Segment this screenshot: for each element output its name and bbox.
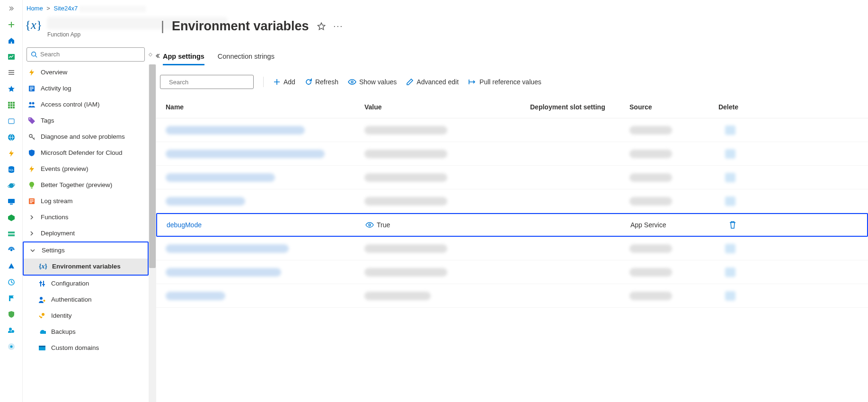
menu-group-settings[interactable]: Settings: [24, 242, 148, 259]
svg-point-37: [40, 297, 43, 300]
advanced-edit-button[interactable]: Advanced edit: [406, 78, 459, 86]
defender-cloud-icon[interactable]: [7, 310, 16, 319]
eye-icon[interactable]: [365, 222, 374, 228]
menu-label: Tags: [41, 117, 54, 124]
menu-scrollbar[interactable]: ▲: [149, 64, 156, 402]
svg-point-39: [42, 313, 44, 316]
menu-item-logstream[interactable]: Log stream: [23, 193, 149, 209]
menu-item-config[interactable]: Configuration: [23, 276, 149, 292]
menu-item-overview[interactable]: Overview: [23, 64, 149, 80]
function-apps-icon[interactable]: [7, 149, 16, 158]
table-row[interactable]: [156, 166, 868, 189]
config-icon: [38, 280, 46, 287]
table-row[interactable]: [156, 189, 868, 213]
col-delete[interactable]: Delete: [700, 103, 738, 111]
storage-accounts-icon[interactable]: [7, 229, 16, 239]
resource-groups-icon[interactable]: [7, 116, 16, 126]
col-value[interactable]: Value: [364, 103, 530, 111]
tab-connection-strings[interactable]: Connection strings: [218, 51, 275, 65]
menu-label: Microsoft Defender for Cloud: [41, 149, 123, 156]
pull-icon: [468, 79, 477, 85]
menu-item-iam[interactable]: Access control (IAM): [23, 97, 149, 113]
activity-log-icon: [27, 85, 36, 92]
identity-icon: [38, 312, 46, 320]
favorites-icon[interactable]: [7, 84, 16, 94]
table-row[interactable]: [156, 118, 868, 142]
table-row[interactable]: [156, 284, 868, 308]
all-services-icon[interactable]: [7, 68, 16, 78]
menu-item-backups[interactable]: Backups: [23, 324, 149, 340]
cost-management-icon[interactable]: [7, 326, 16, 335]
all-resources-icon[interactable]: [7, 100, 16, 110]
expand-collapse-toggle[interactable]: ◇: [149, 52, 152, 57]
col-slot[interactable]: Deployment slot setting: [530, 103, 629, 111]
menu-group-deployment[interactable]: Deployment: [23, 225, 149, 241]
setting-name-link[interactable]: debugMode: [167, 221, 202, 229]
svg-rect-17: [10, 204, 13, 205]
table-row[interactable]: [156, 260, 868, 284]
menu-label: Access control (IAM): [41, 101, 100, 108]
function-app-logo-icon: {x}: [26, 17, 42, 33]
tab-app-settings[interactable]: App settings: [163, 51, 204, 65]
menu-item-better[interactable]: Better Together (preview): [23, 177, 149, 193]
menu-item-auth[interactable]: Authentication: [23, 292, 149, 308]
menu-item-envvars[interactable]: {x}Environment variables: [24, 259, 148, 275]
advisor-icon[interactable]: [7, 294, 16, 303]
table-search-input[interactable]: [169, 79, 248, 86]
load-balancers-icon[interactable]: [7, 213, 16, 223]
more-actions-icon[interactable]: ···: [334, 22, 343, 31]
show-values-button[interactable]: Show values: [348, 78, 397, 86]
menu-label: Authentication: [51, 296, 92, 303]
table-search-box[interactable]: [160, 75, 254, 89]
menu-item-identity[interactable]: Identity: [23, 308, 149, 324]
defender-icon: [27, 149, 36, 157]
menu-label: Settings: [42, 247, 65, 254]
table-row[interactable]: [156, 142, 868, 166]
menu-item-events[interactable]: Events (preview): [23, 161, 149, 177]
col-name[interactable]: Name: [166, 103, 364, 111]
breadcrumb-site[interactable]: Site24x7: [54, 5, 78, 12]
create-resource-icon[interactable]: [7, 20, 16, 29]
azure-ad-icon[interactable]: [7, 261, 16, 271]
help-support-icon[interactable]: [7, 342, 16, 351]
table-row[interactable]: [156, 237, 868, 260]
dashboard-icon[interactable]: [7, 52, 16, 62]
menu-item-activity[interactable]: Activity log: [23, 80, 149, 97]
menu-item-tags[interactable]: Tags: [23, 113, 149, 129]
collapse-menu-icon[interactable]: [154, 53, 160, 59]
pull-reference-button[interactable]: Pull reference values: [468, 78, 541, 86]
menu-label: Custom domains: [51, 344, 99, 351]
cosmos-db-icon[interactable]: [7, 181, 16, 190]
add-button[interactable]: Add: [273, 78, 295, 86]
menu-label: Activity log: [41, 85, 71, 92]
resource-menu: Home > Site24x7 {x} Function App ◇ ▲ Ove…: [23, 0, 156, 402]
app-services-icon[interactable]: [7, 133, 16, 142]
breadcrumb-home[interactable]: Home: [27, 5, 43, 12]
home-icon[interactable]: [7, 36, 16, 45]
menu-search-input[interactable]: [40, 51, 141, 58]
menu-item-diagnose[interactable]: Diagnose and solve problems: [23, 129, 149, 145]
domains-icon: [38, 344, 46, 352]
virtual-networks-icon[interactable]: [7, 245, 16, 255]
virtual-machines-icon[interactable]: [7, 197, 16, 206]
svg-point-38: [44, 300, 45, 302]
menu-item-domains[interactable]: Custom domains: [23, 340, 149, 356]
col-source[interactable]: Source: [629, 103, 700, 111]
table-row-debugmode[interactable]: debugMode True App Service: [156, 213, 868, 237]
breadcrumb-redacted: [80, 6, 146, 12]
menu-label: Deployment: [41, 230, 75, 237]
expand-rail-icon[interactable]: [7, 4, 16, 13]
menu-group-functions[interactable]: Functions: [23, 209, 149, 225]
favorite-star-icon[interactable]: [317, 22, 326, 31]
svg-point-24: [10, 346, 12, 348]
delete-icon[interactable]: [729, 221, 736, 229]
menu-item-defender[interactable]: Microsoft Defender for Cloud: [23, 145, 149, 161]
scroll-thumb[interactable]: [149, 64, 156, 268]
svg-rect-31: [31, 188, 33, 188]
sql-databases-icon[interactable]: SQL: [7, 165, 16, 174]
monitor-icon[interactable]: [7, 277, 16, 287]
envvar-icon: {x}: [39, 263, 47, 270]
menu-search-box[interactable]: [27, 47, 145, 62]
settings-tabs: App settings Connection strings: [156, 37, 868, 65]
refresh-button[interactable]: Refresh: [305, 78, 338, 86]
